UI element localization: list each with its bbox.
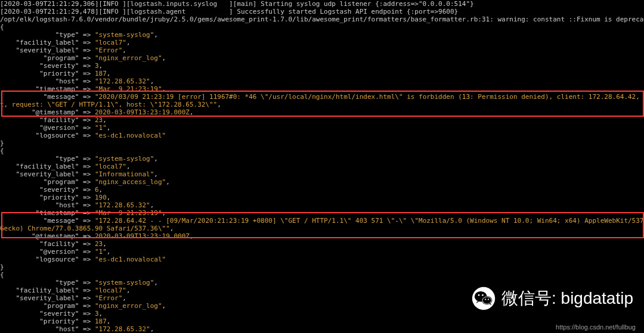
log-line: [2020-03-09T21:21:29,306][INFO ][logstas… — [0, 0, 644, 8]
svg-point-6 — [482, 294, 484, 296]
log-line: "type" => "system-syslog", — [0, 279, 644, 287]
watermark: 微信号: bigdatatip — [472, 287, 633, 310]
log-line: } — [0, 139, 644, 147]
watermark-text: 微信号: bigdatatip — [501, 287, 633, 310]
log-line: "severity" => 6, — [0, 186, 644, 194]
log-line: "facility" => 23, — [0, 240, 644, 248]
log-line: "priority" => 187, — [0, 318, 644, 325]
log-line: "timestamp" => "Mar 9 21:23:19", — [0, 85, 644, 93]
log-line: "timestamp" => "Mar 9 21:23:19", — [0, 209, 644, 217]
log-line: "@version" => "1", — [0, 124, 644, 132]
log-line: "@timestamp" => 2020-03-09T13:23:19.000Z… — [0, 108, 644, 116]
log-line: Gecko) Chrome/77.0.3865.90 Safari/537.36… — [0, 225, 644, 232]
log-line: { — [0, 271, 644, 279]
svg-point-8 — [488, 298, 489, 300]
svg-point-5 — [478, 294, 480, 296]
svg-point-4 — [482, 297, 491, 304]
log-line: t, request: \"GET / HTTP/1.1\", host: \"… — [0, 101, 644, 108]
log-line: } — [0, 263, 644, 271]
log-line: "facility_label" => "local7", — [0, 163, 644, 170]
log-line: "host" => "172.28.65.32", — [0, 325, 644, 333]
log-line: "severity" => 3, — [0, 62, 644, 70]
log-line: "facility_label" => "local7", — [0, 39, 644, 46]
log-line: "host" => "172.28.65.32", — [0, 77, 644, 85]
log-line: "logsource" => "es-dc1.novalocal" — [0, 132, 644, 139]
log-line: "severity_label" => "Informational", — [0, 170, 644, 178]
log-line: "message" => "2020/03/09 21:23:19 [error… — [0, 93, 644, 101]
log-line: "program" => "nginx_access_log", — [0, 178, 644, 186]
footer-url: https://blog.csdn.net/fullbug — [556, 323, 636, 331]
log-line: "type" => "system-syslog", — [0, 31, 644, 39]
log-line: "@timestamp" => 2020-03-09T13:23:19.000Z… — [0, 232, 644, 240]
svg-point-7 — [485, 298, 486, 300]
log-line: "host" => "172.28.65.32", — [0, 201, 644, 209]
log-line: "program" => "nginx_error_log", — [0, 54, 644, 62]
log-line: "priority" => 190, — [0, 194, 644, 201]
log-line: { — [0, 23, 644, 31]
log-line: /opt/elk/logstash-7.6.0/vendor/bundle/jr… — [0, 15, 644, 23]
log-line: "@version" => "1", — [0, 248, 644, 256]
log-line: "severity" => 3, — [0, 310, 644, 318]
log-line: { — [0, 147, 644, 155]
log-line: "logsource" => "es-dc1.novalocal" — [0, 256, 644, 263]
log-line: "facility" => 23, — [0, 116, 644, 124]
log-line: "priority" => 187, — [0, 70, 644, 77]
terminal-output[interactable]: [2020-03-09T21:21:29,306][INFO ][logstas… — [0, 0, 644, 333]
log-line: "severity_label" => "Error", — [0, 46, 644, 54]
wechat-icon — [472, 287, 496, 310]
log-line: "type" => "system-syslog", — [0, 155, 644, 163]
log-line: [2020-03-09T21:21:29,478][INFO ][logstas… — [0, 8, 644, 15]
log-line: "message" => "172.28.64.42 - - [09/Mar/2… — [0, 217, 644, 225]
